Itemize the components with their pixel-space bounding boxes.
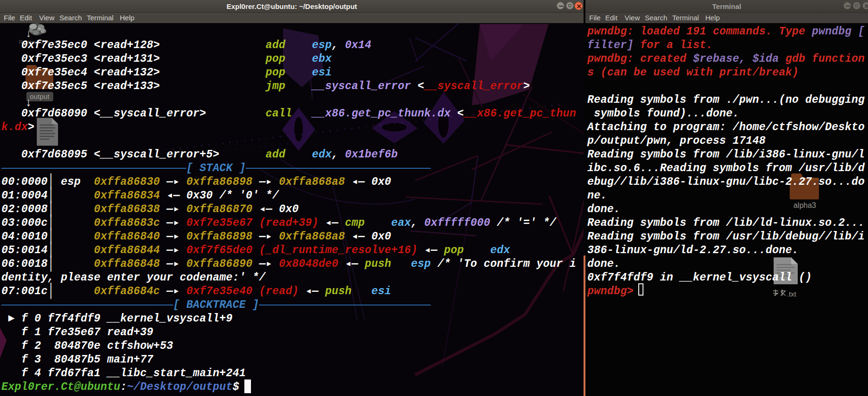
svg-text:.txt: .txt [787, 290, 797, 298]
svg-text:alpha3: alpha3 [793, 201, 816, 209]
svg-text:↓: ↓ [26, 27, 31, 39]
svg-text:↓: ↓ [25, 95, 32, 108]
svg-text:output: output [30, 92, 50, 100]
